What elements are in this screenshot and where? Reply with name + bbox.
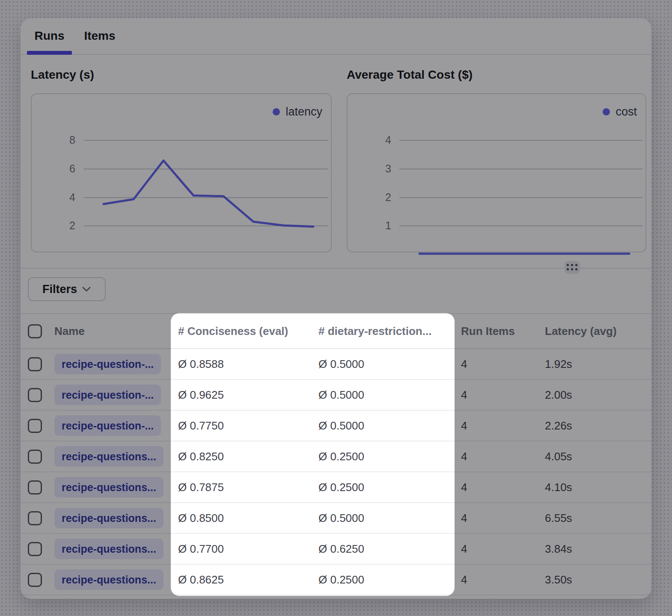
table-row[interactable]: recipe-questions... Ø 0.7875 Ø 0.2500 4 … — [21, 472, 651, 503]
latency-line-chart — [32, 94, 331, 252]
cost-line-chart — [348, 94, 645, 252]
table-row[interactable]: recipe-question-... Ø 0.9625 Ø 0.5000 4 … — [21, 380, 651, 411]
chevron-down-icon — [82, 286, 91, 292]
row-checkbox[interactable] — [28, 511, 42, 525]
run-name-badge[interactable]: recipe-questions... — [54, 539, 164, 559]
column-header-dietary[interactable]: # dietary-restriction... — [318, 325, 461, 338]
tab-runs[interactable]: Runs — [27, 18, 72, 54]
column-header-latency[interactable]: Latency (avg) — [545, 325, 651, 338]
row-checkbox[interactable] — [28, 357, 42, 371]
column-header-name[interactable]: Name — [54, 325, 178, 338]
latency-cell: 4.05s — [545, 450, 651, 463]
tab-items[interactable]: Items — [79, 18, 120, 54]
table-row[interactable]: recipe-questions... Ø 0.8250 Ø 0.2500 4 … — [21, 441, 651, 472]
table-row[interactable]: recipe-question-... Ø 0.8588 Ø 0.5000 4 … — [21, 349, 651, 380]
tab-bar: Runs Items — [21, 18, 651, 55]
conciseness-cell: Ø 0.7700 — [178, 542, 318, 556]
conciseness-cell: Ø 0.9625 — [178, 388, 318, 402]
run-items-cell: 4 — [461, 542, 545, 556]
run-name-badge[interactable]: recipe-question-... — [54, 354, 161, 374]
dietary-cell: Ø 0.5000 — [318, 512, 461, 525]
latency-cell: 3.84s — [545, 542, 651, 556]
table-row[interactable]: recipe-questions... Ø 0.7700 Ø 0.6250 4 … — [21, 534, 651, 565]
select-all-checkbox[interactable] — [28, 324, 42, 338]
run-items-cell: 4 — [461, 450, 545, 463]
run-items-cell: 4 — [461, 512, 545, 525]
conciseness-cell: Ø 0.8500 — [178, 512, 318, 525]
runs-dashboard-card: Runs Items Latency (s) Average Total Cos… — [21, 18, 651, 599]
table-header-row: Name # Conciseness (eval) # dietary-rest… — [21, 313, 651, 349]
row-checkbox[interactable] — [28, 542, 42, 556]
table-row[interactable]: recipe-questions... Ø 0.8500 Ø 0.5000 4 … — [21, 503, 651, 534]
conciseness-cell: Ø 0.7875 — [178, 481, 318, 494]
row-checkbox[interactable] — [28, 388, 42, 402]
run-name-badge[interactable]: recipe-questions... — [54, 508, 164, 528]
conciseness-cell: Ø 0.8625 — [178, 573, 318, 586]
latency-cell: 4.10s — [545, 481, 651, 494]
filters-button-label: Filters — [42, 283, 77, 296]
run-items-cell: 4 — [461, 388, 545, 402]
latency-chart-panel: latency 8 6 4 2 — [31, 93, 332, 252]
latency-cell: 1.92s — [545, 358, 651, 371]
drag-handle-icon[interactable] — [565, 261, 580, 274]
conciseness-cell: Ø 0.8250 — [178, 450, 318, 463]
latency-chart-title: Latency (s) — [31, 68, 94, 82]
column-header-conciseness[interactable]: # Conciseness (eval) — [178, 325, 318, 338]
table-row[interactable]: recipe-questions... Ø 0.8625 Ø 0.2500 4 … — [21, 565, 651, 595]
run-name-badge[interactable]: recipe-questions... — [54, 569, 164, 590]
row-checkbox[interactable] — [28, 573, 42, 587]
dietary-cell: Ø 0.5000 — [318, 419, 461, 432]
dietary-cell: Ø 0.6250 — [318, 542, 461, 556]
row-checkbox[interactable] — [28, 480, 42, 495]
cost-chart-title: Average Total Cost ($) — [347, 68, 473, 82]
latency-cell: 3.50s — [545, 573, 651, 586]
conciseness-cell: Ø 0.8588 — [178, 358, 318, 371]
cost-chart-panel: cost 4 3 2 1 — [347, 93, 646, 252]
run-name-badge[interactable]: recipe-questions... — [54, 446, 164, 467]
run-items-cell: 4 — [461, 481, 545, 494]
table-row[interactable]: recipe-question-... Ø 0.7750 Ø 0.5000 4 … — [21, 411, 651, 441]
dietary-cell: Ø 0.5000 — [318, 358, 461, 371]
section-divider — [21, 268, 651, 269]
run-name-badge[interactable]: recipe-questions... — [54, 477, 164, 498]
row-checkbox[interactable] — [28, 450, 42, 464]
dietary-cell: Ø 0.2500 — [318, 573, 461, 586]
dietary-cell: Ø 0.5000 — [318, 388, 461, 402]
filters-button[interactable]: Filters — [28, 277, 106, 301]
run-name-badge[interactable]: recipe-question-... — [54, 385, 161, 405]
run-items-cell: 4 — [461, 419, 545, 432]
run-items-cell: 4 — [461, 573, 545, 586]
latency-cell: 6.55s — [545, 512, 651, 525]
conciseness-cell: Ø 0.7750 — [178, 419, 318, 432]
latency-cell: 2.00s — [545, 388, 651, 402]
runs-table: Name # Conciseness (eval) # dietary-rest… — [21, 313, 651, 595]
run-items-cell: 4 — [461, 358, 545, 371]
latency-cell: 2.26s — [545, 419, 651, 432]
row-checkbox[interactable] — [28, 419, 42, 433]
column-header-run-items[interactable]: Run Items — [461, 325, 545, 338]
dietary-cell: Ø 0.2500 — [318, 481, 461, 494]
dietary-cell: Ø 0.2500 — [318, 450, 461, 463]
run-name-badge[interactable]: recipe-question-... — [54, 415, 161, 436]
